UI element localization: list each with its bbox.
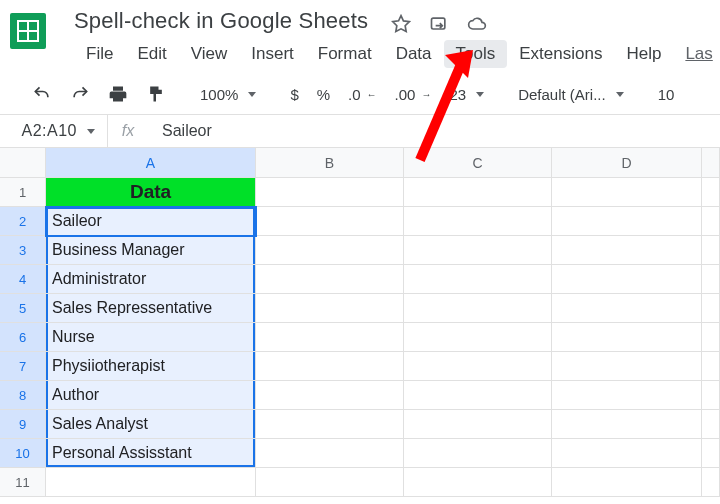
- cell-C3[interactable]: [404, 236, 552, 265]
- cell-D6[interactable]: [552, 323, 702, 352]
- row-header-6[interactable]: 6: [0, 323, 46, 352]
- menu-insert[interactable]: Insert: [239, 40, 306, 68]
- cell-C6[interactable]: [404, 323, 552, 352]
- cell-C4[interactable]: [404, 265, 552, 294]
- row-header-2[interactable]: 2: [0, 207, 46, 236]
- cell-B9[interactable]: [256, 410, 404, 439]
- cell-B5[interactable]: [256, 294, 404, 323]
- cell-A7[interactable]: Physiiotherapist: [46, 352, 256, 381]
- percent-button[interactable]: %: [313, 86, 334, 103]
- cell-D9[interactable]: [552, 410, 702, 439]
- col-header-E[interactable]: [702, 148, 720, 178]
- row-header-9[interactable]: 9: [0, 410, 46, 439]
- cell-E8[interactable]: [702, 381, 720, 410]
- cell-B3[interactable]: [256, 236, 404, 265]
- cell-E3[interactable]: [702, 236, 720, 265]
- cell-E7[interactable]: [702, 352, 720, 381]
- cell-E9[interactable]: [702, 410, 720, 439]
- cell-C8[interactable]: [404, 381, 552, 410]
- star-icon[interactable]: [391, 14, 411, 34]
- font-select[interactable]: Default (Ari...: [514, 86, 628, 103]
- cell-E10[interactable]: [702, 439, 720, 468]
- menu-file[interactable]: File: [74, 40, 125, 68]
- cell-A1[interactable]: Data: [46, 178, 256, 207]
- cell-A3[interactable]: Business Manager: [46, 236, 256, 265]
- cell-D4[interactable]: [552, 265, 702, 294]
- currency-button[interactable]: $: [286, 86, 302, 103]
- cell-A9[interactable]: Sales Analyst: [46, 410, 256, 439]
- print-button[interactable]: [104, 84, 132, 104]
- row-header-11[interactable]: 11: [0, 468, 46, 497]
- cell-A10[interactable]: Personal Assisstant: [46, 439, 256, 468]
- cell-A5[interactable]: Sales Repressentative: [46, 294, 256, 323]
- menu-extensions[interactable]: Extensions: [507, 40, 614, 68]
- cell-C11[interactable]: [404, 468, 552, 497]
- menu-format[interactable]: Format: [306, 40, 384, 68]
- formula-bar[interactable]: Saileor: [148, 122, 212, 140]
- grid: 1 Data 2 Saileor 3 Business Manager 4 Ad…: [0, 178, 720, 497]
- cell-B10[interactable]: [256, 439, 404, 468]
- cell-B8[interactable]: [256, 381, 404, 410]
- sheets-logo[interactable]: [10, 6, 46, 56]
- cell-C2[interactable]: [404, 207, 552, 236]
- zoom-select[interactable]: 100%: [196, 86, 260, 103]
- name-box[interactable]: A2:A10: [0, 115, 108, 147]
- redo-button[interactable]: [66, 84, 94, 104]
- undo-button[interactable]: [28, 84, 56, 104]
- cell-D1[interactable]: [552, 178, 702, 207]
- cell-B4[interactable]: [256, 265, 404, 294]
- cell-E1[interactable]: [702, 178, 720, 207]
- col-header-B[interactable]: B: [256, 148, 404, 178]
- menu-view[interactable]: View: [179, 40, 240, 68]
- toolbar: 100% $ % .0← .00→ 23 Default (Ari... 10: [0, 68, 720, 114]
- row-header-10[interactable]: 10: [0, 439, 46, 468]
- col-header-A[interactable]: A: [46, 148, 256, 178]
- cell-D8[interactable]: [552, 381, 702, 410]
- col-header-D[interactable]: D: [552, 148, 702, 178]
- cell-D7[interactable]: [552, 352, 702, 381]
- chevron-down-icon: [616, 92, 624, 97]
- cell-C5[interactable]: [404, 294, 552, 323]
- cell-B2[interactable]: [256, 207, 404, 236]
- font-size-input[interactable]: 10: [654, 86, 679, 103]
- cell-C9[interactable]: [404, 410, 552, 439]
- menu-edit[interactable]: Edit: [125, 40, 178, 68]
- menu-last-edit[interactable]: Las: [673, 40, 720, 68]
- cell-E5[interactable]: [702, 294, 720, 323]
- cell-E6[interactable]: [702, 323, 720, 352]
- row-header-3[interactable]: 3: [0, 236, 46, 265]
- move-icon[interactable]: [429, 14, 449, 34]
- cell-D2[interactable]: [552, 207, 702, 236]
- cell-D10[interactable]: [552, 439, 702, 468]
- cell-A11[interactable]: [46, 468, 256, 497]
- row-header-1[interactable]: 1: [0, 178, 46, 207]
- cell-A6[interactable]: Nurse: [46, 323, 256, 352]
- cell-D5[interactable]: [552, 294, 702, 323]
- cell-B11[interactable]: [256, 468, 404, 497]
- cell-A8[interactable]: Author: [46, 381, 256, 410]
- cell-A4[interactable]: Administrator: [46, 265, 256, 294]
- cell-C7[interactable]: [404, 352, 552, 381]
- select-all-corner[interactable]: [0, 148, 46, 178]
- cell-D11[interactable]: [552, 468, 702, 497]
- cell-C10[interactable]: [404, 439, 552, 468]
- cell-B7[interactable]: [256, 352, 404, 381]
- cell-E4[interactable]: [702, 265, 720, 294]
- cell-E2[interactable]: [702, 207, 720, 236]
- doc-title[interactable]: Spell-check in Google Sheets: [74, 6, 368, 34]
- menu-help[interactable]: Help: [614, 40, 673, 68]
- paint-format-button[interactable]: [142, 84, 170, 104]
- cell-A2[interactable]: Saileor: [46, 207, 256, 236]
- chevron-down-icon: [248, 92, 256, 97]
- cell-E11[interactable]: [702, 468, 720, 497]
- row-header-7[interactable]: 7: [0, 352, 46, 381]
- cell-D3[interactable]: [552, 236, 702, 265]
- cell-B6[interactable]: [256, 323, 404, 352]
- row-header-5[interactable]: 5: [0, 294, 46, 323]
- cell-B1[interactable]: [256, 178, 404, 207]
- decrease-decimal-button[interactable]: .0←: [344, 86, 381, 103]
- row-header-4[interactable]: 4: [0, 265, 46, 294]
- row-header-8[interactable]: 8: [0, 381, 46, 410]
- cloud-icon[interactable]: [467, 14, 487, 34]
- cell-C1[interactable]: [404, 178, 552, 207]
